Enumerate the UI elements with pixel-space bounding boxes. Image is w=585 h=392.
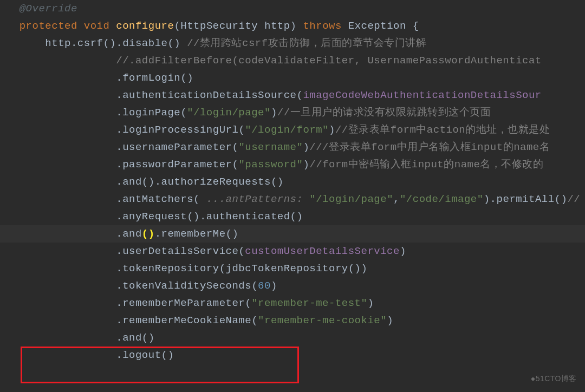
code-text: .logout()	[0, 349, 174, 361]
code-text: .loginPage("/login/page")//一旦用户的请求没有权限就跳…	[0, 107, 491, 119]
code-editor[interactable]: @Override protected void configure(HttpS…	[0, 0, 585, 364]
code-text: .userDetailsService(customUserDetailsSer…	[0, 245, 406, 257]
code-line: http.csrf().disable() //禁用跨站csrf攻击防御，后面的…	[0, 35, 585, 52]
code-line: .rememberMeCookieName("remember-me-cooki…	[0, 312, 585, 329]
code-text: .rememberMeCookieName("remember-me-cooki…	[0, 315, 393, 326]
code-text: protected void configure(HttpSecurity ht…	[0, 20, 419, 32]
code-text: .and().rememberMe()	[0, 228, 238, 240]
code-text: .formLogin()	[0, 72, 193, 84]
code-line: .rememberMeParameter("remember-me-test")	[0, 295, 585, 312]
code-line-highlighted: .and().rememberMe()	[0, 225, 585, 243]
code-text: @Override	[0, 3, 77, 15]
code-line: .authenticationDetailsSource(imageCodeWe…	[0, 87, 585, 104]
code-text: .anyRequest().authenticated()	[0, 211, 303, 223]
code-line: .tokenRepository(jdbcTokenRepository())	[0, 260, 585, 277]
code-line: //.addFilterBefore(codeValidateFilter, U…	[0, 52, 585, 69]
code-line: .userDetailsService(customUserDetailsSer…	[0, 243, 585, 260]
code-line: .anyRequest().authenticated()	[0, 208, 585, 225]
code-text: .tokenValiditySeconds(60)	[0, 280, 277, 292]
code-text: .usernameParameter("username")///登录表单for…	[0, 141, 550, 153]
code-text: .loginProcessingUrl("/login/form")//登录表单…	[0, 124, 550, 136]
code-line: @Override	[0, 0, 585, 17]
code-line: .and()	[0, 329, 585, 347]
code-text: .antMatchers( ...antPatterns: "/login/pa…	[0, 193, 580, 205]
code-line: .tokenValiditySeconds(60)	[0, 277, 585, 295]
code-text: .and()	[0, 332, 155, 344]
code-text: //.addFilterBefore(codeValidateFilter, U…	[0, 55, 542, 67]
code-line: .loginPage("/login/page")//一旦用户的请求没有权限就跳…	[0, 104, 585, 121]
code-line: .passwordParameter("password")//form中密码输…	[0, 156, 585, 173]
code-line: .formLogin()	[0, 69, 585, 87]
code-line: .usernameParameter("username")///登录表单for…	[0, 139, 585, 156]
code-line: .loginProcessingUrl("/login/form")//登录表单…	[0, 121, 585, 139]
code-line: protected void configure(HttpSecurity ht…	[0, 17, 585, 35]
watermark-text: ●51CTO博客	[531, 374, 577, 384]
code-text: .tokenRepository(jdbcTokenRepository())	[0, 263, 367, 275]
code-text: .and().authorizeRequests()	[0, 176, 284, 188]
code-line: .antMatchers( ...antPatterns: "/login/pa…	[0, 191, 585, 208]
code-text: .rememberMeParameter("remember-me-test")	[0, 297, 374, 309]
code-line: .and().authorizeRequests()	[0, 173, 585, 191]
code-text: http.csrf().disable() //禁用跨站csrf攻击防御，后面的…	[0, 37, 426, 49]
code-text: .passwordParameter("password")//form中密码输…	[0, 159, 543, 171]
code-text: .authenticationDetailsSource(imageCodeWe…	[0, 89, 542, 101]
code-line: .logout()	[0, 347, 585, 364]
